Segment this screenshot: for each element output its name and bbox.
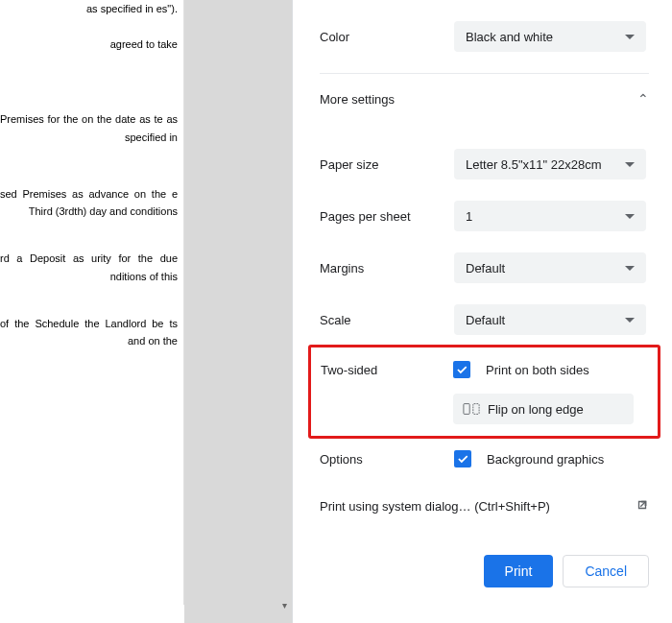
margins-label: Margins [320,261,454,276]
two-sided-row: Two-sided Print on both sides [321,361,648,378]
background-graphics-label: Background graphics [487,452,604,467]
cancel-button[interactable]: Cancel [563,555,649,587]
color-value: Black and white [466,30,553,44]
background-graphics-checkbox[interactable] [454,450,471,467]
color-select[interactable]: Black and white [454,21,646,52]
system-dialog-link[interactable]: Print using system dialog… (Ctrl+Shift+P… [320,498,649,515]
print-button[interactable]: Print [484,555,554,587]
pages-per-sheet-value: 1 [466,209,472,224]
preview-gutter [184,0,292,623]
check-icon [456,452,469,466]
paper-size-label: Paper size [320,157,454,172]
svg-rect-1 [473,404,479,415]
flip-row: Flip on long edge [321,394,648,424]
chevron-up-icon: ⌃ [637,91,649,107]
scale-value: Default [466,313,505,327]
two-sided-checkbox[interactable] [453,361,470,378]
svg-rect-0 [464,404,469,415]
preview-line: Premises for the on the date as te as sp… [0,110,178,146]
scroll-down-icon[interactable]: ▾ [277,598,292,612]
flip-value: Flip on long edge [488,402,584,417]
check-icon [455,363,468,376]
print-settings-panel: Color Black and white More settings ⌃ Pa… [292,0,672,623]
options-row: Options Background graphics [320,450,649,467]
pages-per-sheet-label: Pages per sheet [320,209,454,224]
document-preview-text: as specified in es"). agreed to take Pre… [0,0,183,350]
margins-value: Default [466,261,505,276]
options-label: Options [320,452,454,467]
two-sided-highlight: Two-sided Print on both sides Flip on lo… [308,345,660,439]
external-link-icon [636,498,649,515]
two-sided-label: Two-sided [321,363,453,377]
margins-row: Margins Default [320,252,649,283]
chevron-down-icon [625,214,635,219]
print-preview-pane: as specified in es"). agreed to take Pre… [0,0,184,605]
scale-select[interactable]: Default [454,304,646,335]
chevron-down-icon [625,35,635,39]
preview-line: as specified in es"). [0,0,178,18]
color-label: Color [320,30,454,44]
paper-size-select[interactable]: Letter 8.5"x11" 22x28cm [454,149,646,180]
scale-row: Scale Default [320,304,649,335]
chevron-down-icon [625,162,635,167]
paper-size-value: Letter 8.5"x11" 22x28cm [466,157,601,172]
margins-select[interactable]: Default [454,252,646,283]
preview-line: of the Schedule the Landlord be ts and o… [0,315,178,350]
color-row: Color Black and white [320,21,649,52]
more-settings-toggle[interactable]: More settings ⌃ [320,91,649,107]
dialog-footer: Print Cancel [320,555,649,587]
preview-line: agreed to take [0,36,178,54]
flip-select[interactable]: Flip on long edge [453,394,634,424]
chevron-down-icon [625,318,635,323]
pages-per-sheet-select[interactable]: 1 [454,201,646,231]
system-dialog-text: Print using system dialog… (Ctrl+Shift+P… [320,499,550,514]
flip-long-edge-icon [463,402,480,416]
more-settings-label: More settings [320,92,395,107]
chevron-down-icon [625,266,635,271]
paper-size-row: Paper size Letter 8.5"x11" 22x28cm [320,149,649,180]
pages-per-sheet-row: Pages per sheet 1 [320,201,649,231]
two-sided-checkbox-label: Print on both sides [486,363,589,377]
preview-line: rd a Deposit as urity for the due nditio… [0,250,178,285]
preview-line: sed Premises as advance on the e Third (… [0,185,178,221]
scale-label: Scale [320,313,454,327]
divider [320,73,649,74]
